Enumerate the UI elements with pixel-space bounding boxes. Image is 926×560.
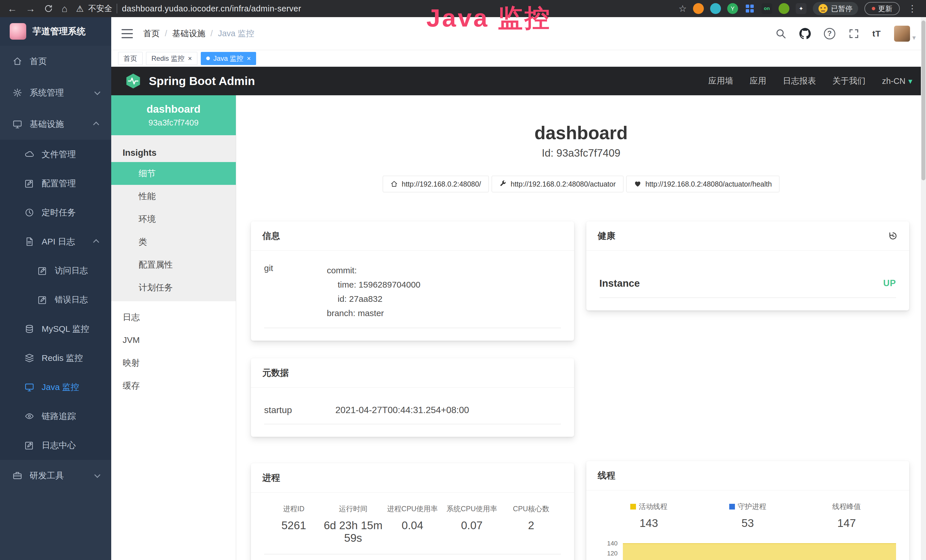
actuator-url-link[interactable]: http://192.168.0.2:48080/actuator: [492, 176, 623, 192]
extension-icon-3[interactable]: Y: [727, 3, 738, 14]
legend-label: 线程峰值: [832, 502, 861, 511]
extension-icon-6[interactable]: [779, 3, 790, 14]
close-icon[interactable]: ×: [247, 55, 251, 62]
screen: ← → ⌂ ⚠ 不安全 dashboard.yudao.iocoder.cn/i…: [0, 0, 926, 560]
sba-nav-wallboard[interactable]: 应用墙: [708, 75, 733, 87]
tab-redis-monitor[interactable]: Redis 监控 ×: [146, 52, 197, 65]
scrollbar-thumb[interactable]: [921, 21, 925, 180]
threads-chart: 140 120 100: [599, 540, 896, 560]
sidebar-item-java-monitor[interactable]: Java 监控: [0, 372, 111, 402]
extension-icon-1[interactable]: [693, 3, 704, 14]
bookmark-star-icon[interactable]: ☆: [678, 3, 687, 14]
sba-menu-logs[interactable]: 日志: [111, 306, 236, 328]
sba-locale-select[interactable]: zh-CN ▾: [882, 76, 912, 86]
sba-menu-details[interactable]: 细节: [111, 162, 236, 185]
browser-home-icon[interactable]: ⌂: [62, 4, 68, 14]
tab-home[interactable]: 首页: [118, 52, 142, 65]
close-icon[interactable]: ×: [188, 55, 192, 62]
address-bar[interactable]: ⚠ 不安全 dashboard.yudao.iocoder.cn/infra/a…: [76, 3, 301, 14]
threads-card-header: 线程: [586, 461, 909, 490]
extension-icon-4[interactable]: [744, 3, 755, 14]
sba-menu-classes[interactable]: 类: [111, 230, 236, 253]
sidebar-item-access-log[interactable]: 访问日志: [0, 256, 111, 285]
help-icon[interactable]: ?: [824, 28, 835, 39]
metric-peak-threads: 线程峰值 147: [797, 502, 896, 530]
sidebar: 芋道管理系统 首页 系统管理 基础设施 文件管理 配置管理: [0, 17, 111, 560]
instance-header[interactable]: dashboard 93a3fc7f7409: [111, 95, 236, 135]
forward-icon[interactable]: →: [26, 4, 35, 14]
cards-column-right: 健康 Instance UP 线程: [586, 221, 909, 560]
paused-badge[interactable]: 已暂停: [813, 2, 858, 15]
sidebar-item-label: 链路追踪: [42, 410, 76, 422]
metric-value: 0.07: [442, 519, 501, 532]
spring-boot-admin-logo[interactable]: [125, 73, 141, 89]
metric-value: 143: [599, 517, 698, 530]
sidebar-item-tracing[interactable]: 链路追踪: [0, 402, 111, 431]
sidebar-item-devtools[interactable]: 研发工具: [0, 460, 111, 491]
page-scrollbar[interactable]: [921, 17, 926, 560]
locale-label: zh-CN: [882, 76, 905, 86]
back-icon[interactable]: ←: [8, 4, 17, 14]
extension-icon-7[interactable]: ✦: [796, 3, 806, 14]
user-menu[interactable]: ▾: [894, 26, 916, 42]
font-size-icon[interactable]: tT: [872, 29, 881, 38]
health-card: 健康 Instance UP: [586, 221, 909, 310]
gear-icon: [12, 88, 22, 98]
refresh-icon[interactable]: [44, 4, 53, 13]
extension-icon-2[interactable]: [710, 3, 721, 14]
breadcrumb-item[interactable]: 首页: [143, 28, 160, 39]
sba-menu-environment[interactable]: 环境: [111, 208, 236, 230]
sidebar-item-api-log[interactable]: API 日志: [0, 227, 111, 256]
github-icon[interactable]: [799, 28, 811, 39]
sidebar-item-error-log[interactable]: 错误日志: [0, 285, 111, 314]
sba-sidebar: dashboard 93a3fc7f7409 Insights 细节 性能 环境…: [111, 95, 236, 560]
log-center-icon: [24, 440, 34, 450]
briefcase-icon: [12, 471, 22, 480]
extension-icon-5[interactable]: on: [761, 3, 772, 14]
sba-nav-journal[interactable]: 日志报表: [783, 75, 816, 87]
update-label: 更新: [878, 4, 892, 14]
history-icon[interactable]: [888, 231, 898, 241]
sba-nav-applications[interactable]: 应用: [750, 75, 766, 87]
sidebar-item-config-management[interactable]: 配置管理: [0, 169, 111, 198]
sidebar-item-home[interactable]: 首页: [0, 45, 111, 77]
threads-chart-plot: [622, 540, 896, 560]
sidebar-item-infrastructure[interactable]: 基础设施: [0, 108, 111, 140]
sidebar-item-log-center[interactable]: 日志中心: [0, 431, 111, 460]
sba-nav-about[interactable]: 关于我们: [832, 75, 865, 87]
metadata-card: 元数据 startup 2021-04-27T00:44:31.254+08:0…: [251, 358, 574, 437]
heart-icon: [634, 180, 642, 188]
hamburger-icon[interactable]: [121, 29, 133, 38]
sidebar-item-system[interactable]: 系统管理: [0, 77, 111, 108]
sba-menu-caches[interactable]: 缓存: [111, 374, 236, 397]
sba-menu-scheduled-tasks[interactable]: 计划任务: [111, 276, 236, 299]
database-icon: [24, 324, 34, 334]
sba-brand-title[interactable]: Spring Boot Admin: [149, 74, 255, 88]
sba-menu-mappings[interactable]: 映射: [111, 351, 236, 374]
metric-label: 活动线程: [599, 502, 698, 511]
breadcrumb-item[interactable]: 基础设施: [172, 28, 205, 39]
sidebar-item-label: 系统管理: [30, 87, 64, 99]
metric-label: 运行时间: [324, 504, 383, 513]
sidebar-item-mysql-monitor[interactable]: MySQL 监控: [0, 314, 111, 344]
cards-column-left: 信息 git commit: time: 1596289704000 id: 2…: [251, 221, 574, 560]
address-divider: [117, 4, 117, 14]
sidebar-logo[interactable]: 芋道管理系统: [0, 17, 111, 45]
legend-blue-icon: [729, 504, 735, 510]
sba-menu-jvm[interactable]: JVM: [111, 328, 236, 351]
sidebar-item-redis-monitor[interactable]: Redis 监控: [0, 344, 111, 372]
sba-menu-config-props[interactable]: 配置属性: [111, 253, 236, 276]
update-button[interactable]: 更新: [864, 2, 900, 15]
sba-menu-performance[interactable]: 性能: [111, 185, 236, 208]
info-line: time: 1596289704000: [327, 278, 421, 292]
sidebar-item-file-management[interactable]: 文件管理: [0, 140, 111, 169]
health-url-link[interactable]: http://192.168.0.2:48080/actuator/health: [626, 176, 779, 192]
fullscreen-icon[interactable]: [849, 28, 859, 39]
cards-grid: 信息 git commit: time: 1596289704000 id: 2…: [236, 221, 926, 560]
service-url-link[interactable]: http://192.168.0.2:48080/: [383, 176, 489, 192]
browser-menu-icon[interactable]: ⋮: [906, 3, 918, 14]
search-icon[interactable]: [775, 28, 786, 39]
sidebar-item-scheduled-jobs[interactable]: 定时任务: [0, 198, 111, 227]
tab-java-monitor[interactable]: Java 监控 ×: [201, 52, 256, 65]
chevron-up-icon: [93, 121, 99, 127]
